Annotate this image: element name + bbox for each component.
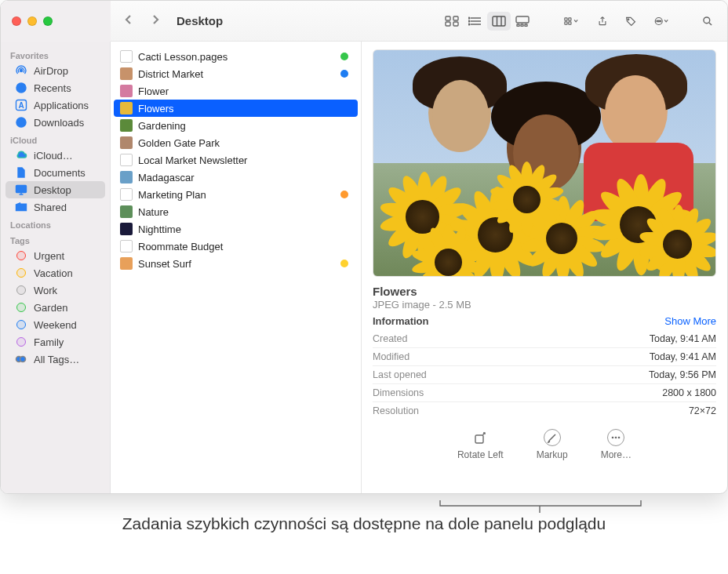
info-key: Resolution: [373, 405, 419, 416]
tag-dot-icon: [15, 267, 27, 279]
preview-title: Flowers: [373, 285, 716, 298]
info-row: CreatedToday, 9:41 AM: [373, 330, 716, 347]
sidebar-item-garden[interactable]: Garden: [5, 299, 105, 316]
svg-rect-18: [569, 17, 571, 20]
sidebar-item-icloud-[interactable]: iCloud…: [5, 147, 105, 164]
sidebar-item-all-tags-[interactable]: All Tags…: [5, 351, 105, 368]
sidebar-item-desktop[interactable]: Desktop: [5, 181, 105, 198]
alltags-icon: [15, 353, 27, 365]
svg-rect-19: [565, 21, 567, 24]
sidebar-item-label: Documents: [34, 167, 86, 179]
tags-button[interactable]: [619, 12, 642, 31]
file-row[interactable]: Local Market Newsletter: [114, 151, 358, 169]
tag-dot-icon: [15, 301, 27, 314]
svg-point-9: [468, 24, 470, 25]
desktop-icon: [15, 183, 27, 196]
svg-point-23: [658, 20, 660, 22]
file-tag-dot: [340, 53, 348, 60]
file-thumbnail-icon: [120, 85, 133, 97]
sidebar-header: Locations: [1, 216, 110, 231]
sidebar-item-label: Family: [34, 336, 64, 348]
file-row[interactable]: Marketing Plan: [114, 186, 358, 203]
info-row: ModifiedToday, 9:41 AM: [373, 347, 716, 365]
sidebar-item-weekend[interactable]: Weekend: [5, 316, 105, 333]
show-more-link[interactable]: Show More: [664, 315, 716, 327]
file-label: Marketing Plan: [138, 189, 206, 201]
view-columns-button[interactable]: [487, 12, 511, 31]
sidebar-item-applications[interactable]: AApplications: [5, 96, 105, 114]
svg-rect-17: [565, 17, 567, 20]
quick-action-more[interactable]: More…: [601, 429, 632, 460]
file-thumbnail-icon: [120, 67, 133, 80]
file-label: Nature: [138, 206, 169, 218]
file-row[interactable]: Roommate Budget: [114, 238, 358, 255]
file-row[interactable]: Flower: [114, 82, 358, 100]
file-row[interactable]: Nature: [114, 203, 358, 220]
quick-action-rotate-left[interactable]: Rotate Left: [457, 429, 504, 460]
sidebar-item-label: Shared: [34, 202, 67, 213]
file-row[interactable]: Madagascar: [114, 169, 358, 186]
sidebar-item-downloads[interactable]: Downloads: [5, 114, 105, 131]
sidebar-item-label: Weekend: [34, 319, 77, 331]
file-row[interactable]: Nighttime: [114, 220, 358, 238]
info-key: Modified: [373, 351, 410, 362]
sidebar-item-label: Applications: [34, 100, 89, 111]
svg-rect-10: [493, 16, 505, 26]
quick-action-markup[interactable]: Markup: [537, 429, 568, 460]
forward-button[interactable]: [150, 14, 161, 28]
svg-rect-20: [569, 21, 571, 24]
file-row[interactable]: Sunset Surf: [114, 255, 358, 272]
file-row[interactable]: Golden Gate Park: [114, 134, 358, 151]
file-label: Sunset Surf: [138, 258, 191, 270]
info-value: 72×72: [689, 405, 716, 416]
svg-rect-15: [521, 24, 523, 27]
sidebar-item-work[interactable]: Work: [5, 282, 105, 299]
action-button[interactable]: [647, 12, 675, 31]
minimize-window-button[interactable]: [27, 16, 37, 26]
sidebar-item-label: Downloads: [34, 117, 84, 129]
sidebar: FavoritesAirDropRecentsAApplicationsDown…: [1, 42, 111, 493]
svg-rect-1: [453, 16, 458, 20]
file-tag-dot: [340, 191, 348, 198]
close-window-button[interactable]: [12, 16, 21, 26]
sidebar-item-label: iCloud…: [34, 150, 73, 162]
svg-point-37: [612, 437, 614, 439]
sidebar-item-documents[interactable]: Documents: [5, 164, 105, 181]
file-tag-dot: [340, 260, 348, 267]
zoom-window-button[interactable]: [43, 16, 53, 26]
svg-point-28: [20, 69, 23, 72]
group-button[interactable]: [556, 12, 586, 31]
file-label: District Market: [138, 68, 203, 80]
tag-dot-icon: [15, 318, 27, 331]
share-button[interactable]: [591, 12, 614, 31]
view-list-button[interactable]: [464, 12, 487, 31]
shared-icon: [15, 201, 27, 213]
search-button[interactable]: [696, 12, 719, 31]
sidebar-item-label: Vacation: [34, 267, 73, 279]
sidebar-header: iCloud: [1, 131, 110, 147]
svg-rect-3: [453, 22, 458, 26]
view-gallery-button[interactable]: [511, 12, 534, 31]
sidebar-item-urgent[interactable]: Urgent: [5, 247, 105, 264]
svg-rect-36: [475, 435, 483, 443]
sidebar-item-vacation[interactable]: Vacation: [5, 264, 105, 282]
sidebar-item-shared[interactable]: Shared: [5, 198, 105, 216]
tag-dot-icon: [15, 284, 27, 296]
file-thumbnail-icon: [120, 205, 133, 218]
info-row: Resolution72×72: [373, 401, 716, 420]
file-row[interactable]: Gardening: [114, 117, 358, 134]
sidebar-item-label: Urgent: [34, 250, 64, 262]
sidebar-item-recents[interactable]: Recents: [5, 79, 105, 96]
quick-action-label: Rotate Left: [457, 449, 504, 460]
file-row[interactable]: Flowers: [114, 100, 358, 117]
back-button[interactable]: [123, 14, 134, 28]
sidebar-item-airdrop[interactable]: AirDrop: [5, 62, 105, 79]
file-row[interactable]: Cacti Lesson.pages: [114, 48, 358, 65]
sidebar-item-family[interactable]: Family: [5, 333, 105, 351]
file-row[interactable]: District Market: [114, 65, 358, 82]
sidebar-item-label: AirDrop: [34, 65, 68, 77]
file-thumbnail-icon: [120, 119, 133, 132]
view-icons-button[interactable]: [440, 12, 464, 31]
view-switcher: [439, 10, 536, 32]
svg-point-26: [704, 16, 710, 23]
